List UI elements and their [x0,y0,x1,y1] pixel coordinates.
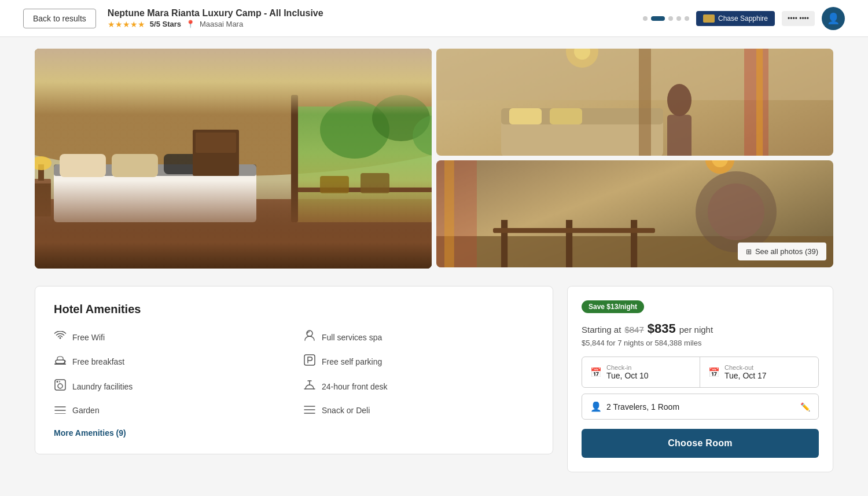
amenities-title: Hotel Amenities [54,303,534,316]
amenity-garden: Garden [54,403,285,417]
svg-point-30 [667,84,692,116]
choose-room-button[interactable]: Choose Room [582,429,819,458]
svg-rect-43 [631,220,637,267]
hotel-meta: ★★★★★ 5/5 Stars 📍 Maasai Mara [108,20,323,29]
amenities-card: Hotel Amenities Free Wifi [35,286,553,454]
points-badge: •••• •••• [782,11,815,26]
svg-rect-20 [196,133,236,153]
amenity-breakfast-label: Free breakfast [72,357,124,366]
edit-icon[interactable]: ✏️ [800,402,810,412]
price-row: Starting at $847 $835 per night [582,321,819,336]
see-all-photos-button[interactable]: ⊞ See all photos (39) [738,243,826,260]
photo-thumb-1[interactable] [436,49,833,156]
svg-rect-15 [361,173,389,193]
svg-rect-48 [56,360,65,363]
svg-rect-41 [501,220,507,267]
nav-dot-3 [668,16,673,21]
frontdesk-icon [303,380,316,393]
svg-rect-37 [436,160,477,267]
back-to-results-button[interactable]: Back to results [23,9,96,28]
amenity-spa: Full services spa [303,330,534,344]
location-text: Maasai Mara [200,20,243,28]
svg-rect-28 [509,108,542,124]
checkin-cell[interactable]: 📅 Check-in Tue, Oct 10 [582,357,700,387]
svg-rect-6 [112,154,158,177]
price-details: $5,844 for 7 nights or 584,388 miles [582,339,819,347]
photo-right: ⊞ See all photos (39) [436,49,833,267]
checkin-label: Check-in [606,364,649,371]
breakfast-icon [54,354,67,369]
main-content: ⊞ See all photos (39) Hotel Amenities [12,37,856,484]
checkin-info: Check-in Tue, Oct 10 [606,364,649,380]
amenity-snack: Snack or Deli [303,403,534,417]
svg-point-53 [57,381,58,383]
svg-rect-50 [304,355,315,365]
main-photo[interactable] [35,49,432,269]
svg-rect-8 [35,182,51,216]
svg-rect-2 [35,199,432,269]
snack-icon [303,403,316,417]
booking-card: Save $13/night Starting at $847 $835 per… [567,286,833,472]
rating-text: 5/5 Stars [150,20,181,28]
starting-at-label: Starting at [582,325,621,335]
checkin-date: Tue, Oct 10 [606,371,649,380]
svg-rect-32 [639,49,651,156]
checkout-calendar-icon: 📅 [708,367,720,378]
hotel-title-area: Neptune Mara Rianta Luxury Camp - All In… [108,8,323,29]
thumb1-svg [436,49,833,156]
per-night-label: per night [679,325,713,335]
credit-card-badge: Chase Sapphire [696,11,775,26]
checkout-info: Check-out Tue, Oct 17 [724,364,767,380]
location-pin-icon: 📍 [186,20,195,28]
user-icon: 👤 [827,12,840,25]
svg-rect-21 [291,95,298,222]
photo-thumb-2[interactable]: ⊞ See all photos (39) [436,160,833,267]
amenity-wifi: Free Wifi [54,330,285,344]
svg-rect-13 [297,188,432,192]
wifi-icon [54,331,67,343]
amenity-garden-label: Garden [72,406,100,415]
svg-rect-38 [444,160,454,267]
svg-rect-14 [320,176,349,193]
card-chip-icon [703,14,715,23]
nav-dot-1 [643,16,648,21]
amenity-snack-label: Snack or Deli [322,406,370,415]
amenities-grid: Free Wifi Full services spa [54,330,534,417]
main-photo-svg [35,49,432,269]
main-photo-bg [35,49,432,269]
person-icon: 👤 [590,401,602,412]
svg-rect-29 [550,108,582,124]
credit-card-label: Chase Sapphire [718,14,768,23]
more-amenities-link[interactable]: More Amenities (9) [54,428,126,438]
header: Back to results Neptune Mara Rianta Luxu… [0,0,868,37]
nav-dot-5 [685,16,689,21]
checkout-cell[interactable]: 📅 Check-out Tue, Oct 17 [700,357,818,387]
hotel-name: Neptune Mara Rianta Luxury Camp - All In… [108,8,323,19]
amenity-parking: Free self parking [303,354,534,369]
garden-icon [54,403,67,417]
new-price: $835 [648,321,676,336]
svg-point-40 [708,183,764,240]
travelers-text: 2 Travelers, 1 Room [606,402,679,412]
see-all-photos-label: See all photos (39) [755,247,818,256]
user-avatar[interactable]: 👤 [822,7,845,30]
checkout-date: Tue, Oct 17 [724,371,767,380]
nav-dot-2 [651,16,665,21]
header-right: Chase Sapphire •••• •••• 👤 [643,7,845,30]
checkout-label: Check-out [724,364,767,371]
points-text: •••• •••• [788,14,809,23]
old-price: $847 [624,325,643,335]
amenity-laundry-label: Laundry facilities [72,382,133,391]
nav-dots [643,16,689,21]
photo-gallery: ⊞ See all photos (39) [35,49,833,272]
star-rating-icons: ★★★★★ [108,20,145,29]
travelers-row[interactable]: 👤 2 Travelers, 1 Room ✏️ [582,394,819,420]
amenity-wifi-label: Free Wifi [72,333,105,342]
date-row: 📅 Check-in Tue, Oct 10 📅 Check-out Tue, … [582,357,819,388]
amenity-frontdesk: 24-hour front desk [303,379,534,394]
amenity-spa-label: Full services spa [322,333,382,342]
amenity-laundry: Laundry facilities [54,379,285,394]
nav-dot-4 [676,16,681,21]
spa-icon [303,330,316,344]
amenity-frontdesk-label: 24-hour front desk [322,382,388,391]
